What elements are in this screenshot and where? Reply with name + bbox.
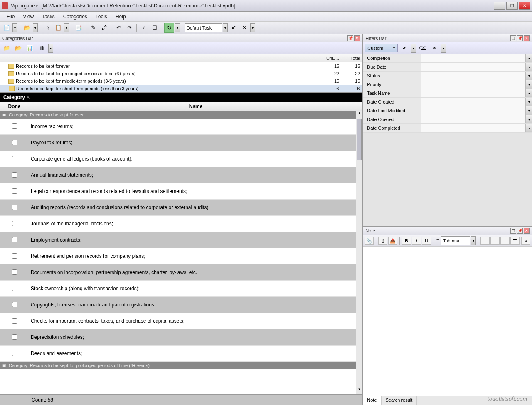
done-checkbox[interactable] — [12, 188, 17, 194]
refresh-icon[interactable]: ↻ — [164, 23, 174, 33]
task-row[interactable]: Corporate general ledgers (books of acco… — [0, 151, 356, 167]
category-row[interactable]: Records to be kept for middle-term perio… — [0, 77, 362, 85]
filter-value[interactable] — [421, 98, 525, 106]
done-checkbox[interactable] — [12, 123, 17, 129]
filter-value[interactable] — [421, 63, 525, 71]
filter-dropdown-icon[interactable]: ▾ — [525, 124, 532, 132]
restore-icon[interactable]: ❐ — [510, 228, 516, 234]
done-checkbox[interactable] — [12, 286, 17, 291]
menu-view[interactable]: View — [19, 12, 38, 21]
close-pane-button[interactable]: ✕ — [354, 35, 360, 41]
uncheck-icon[interactable]: ☐ — [150, 23, 160, 33]
check-icon[interactable]: ✓ — [139, 23, 149, 33]
filter-value[interactable] — [421, 124, 525, 132]
font-dropdown[interactable]: ▾ — [471, 236, 476, 245]
bold-button[interactable]: B — [402, 237, 411, 245]
total-column[interactable]: Total — [342, 56, 362, 61]
print-icon[interactable]: 🖨 — [42, 23, 52, 33]
done-checkbox[interactable] — [12, 140, 17, 145]
filter-value[interactable] — [421, 89, 525, 97]
group-row[interactable]: ▣Category: Records to be kept for prolon… — [0, 362, 356, 369]
refresh-dropdown[interactable]: ▾ — [175, 23, 180, 32]
undo-icon[interactable]: ↶ — [113, 23, 123, 33]
open-icon[interactable]: 📂 — [22, 23, 32, 33]
done-checkbox[interactable] — [12, 253, 17, 259]
filter-value[interactable] — [421, 106, 525, 115]
menu-tools[interactable]: Tools — [91, 12, 111, 21]
maximize-button[interactable]: ❐ — [506, 2, 518, 10]
edit-icon[interactable]: ✎ — [88, 23, 98, 33]
vertical-scrollbar[interactable]: ▲ ▼ — [356, 111, 362, 394]
copy-icon[interactable]: 📑 — [74, 23, 84, 33]
task-row[interactable]: Depreciation schedules; — [0, 329, 356, 346]
done-checkbox[interactable] — [12, 334, 17, 340]
filter-dropdown-icon[interactable]: ▾ — [525, 54, 532, 62]
tab-search-result[interactable]: Search result — [382, 396, 417, 405]
clear-filter-icon[interactable]: ⌫ — [418, 43, 428, 53]
new-category-icon[interactable]: 📁 — [2, 43, 12, 53]
align-right-icon[interactable]: ≡ — [500, 237, 510, 245]
filter-value[interactable] — [421, 115, 525, 123]
pin-icon[interactable]: 📌 — [517, 35, 523, 41]
filter-dropdown-icon[interactable]: ▾ — [525, 80, 532, 89]
filter-value[interactable] — [421, 72, 525, 80]
undone-column[interactable]: UnD... — [321, 56, 342, 61]
group-row[interactable]: ▣Category: Records to be kept forever — [0, 111, 356, 119]
close-filters-button[interactable]: ✕ — [524, 35, 530, 41]
apply-filter-dropdown[interactable]: ▾ — [411, 44, 416, 53]
minimize-button[interactable]: — — [494, 2, 505, 10]
new-icon[interactable]: 📄 — [2, 23, 12, 33]
category-row[interactable]: Records to be kept for short-term period… — [0, 85, 362, 92]
task-row[interactable]: Deeds and easements; — [0, 346, 356, 362]
export-note-icon[interactable]: 📤 — [388, 237, 397, 245]
restore-icon[interactable]: ❐ — [510, 35, 516, 41]
print-note-icon[interactable]: 🖨 — [378, 237, 387, 245]
italic-button[interactable]: I — [412, 237, 421, 245]
list-icon[interactable]: ☰ — [510, 237, 520, 245]
more-icon[interactable]: » — [521, 237, 530, 245]
delete-dropdown[interactable]: ▾ — [250, 23, 255, 32]
delete-icon[interactable]: ✕ — [239, 23, 249, 33]
menu-help[interactable]: Help — [111, 12, 130, 21]
done-checkbox[interactable] — [12, 351, 17, 356]
filter-dropdown-icon[interactable]: ▾ — [525, 115, 532, 123]
done-checkbox[interactable] — [12, 221, 17, 226]
apply-icon[interactable]: ✔ — [229, 23, 239, 33]
pin-icon[interactable]: 📌 — [517, 228, 523, 234]
underline-button[interactable]: U — [422, 237, 431, 245]
edit-category-icon[interactable]: 📂 — [13, 43, 23, 53]
task-template-dropdown[interactable]: ▾ — [223, 23, 228, 32]
new-dropdown[interactable]: ▾ — [12, 23, 17, 32]
note-editor[interactable] — [363, 247, 532, 396]
menu-tasks[interactable]: Tasks — [38, 12, 59, 21]
delete-category-icon[interactable]: 🗑 — [37, 43, 47, 53]
apply-filter-icon[interactable]: ✔ — [399, 43, 409, 53]
task-template-combo[interactable] — [185, 23, 222, 32]
open-dropdown[interactable]: ▾ — [33, 23, 38, 32]
delete-filter-icon[interactable]: ✕ — [429, 43, 439, 53]
attach-icon[interactable]: 📎 — [365, 237, 374, 245]
filter-value[interactable] — [421, 54, 525, 62]
done-checkbox[interactable] — [12, 237, 17, 242]
delete-filter-dropdown[interactable]: ▾ — [441, 44, 446, 53]
align-left-icon[interactable]: ≡ — [480, 237, 490, 245]
category-dropdown[interactable]: ▾ — [48, 44, 53, 53]
menu-categories[interactable]: Categories — [59, 12, 91, 21]
task-row[interactable]: Employment contracts; — [0, 232, 356, 248]
filter-dropdown-icon[interactable]: ▾ — [525, 63, 532, 71]
done-checkbox[interactable] — [12, 269, 17, 275]
group-by-band[interactable]: Category △ — [0, 93, 362, 102]
task-row[interactable]: Auditing reports (records and conclusion… — [0, 200, 356, 216]
close-button[interactable]: ✕ — [519, 2, 530, 10]
task-row[interactable]: Stock ownership (along with transaction … — [0, 281, 356, 297]
filter-dropdown-icon[interactable]: ▾ — [525, 98, 532, 106]
name-column-header[interactable]: Name — [29, 104, 362, 109]
font-combo[interactable] — [441, 236, 470, 245]
filter-dropdown-icon[interactable]: ▾ — [525, 89, 532, 97]
filter-value[interactable] — [421, 80, 525, 89]
filter-dropdown-icon[interactable]: ▾ — [525, 106, 532, 115]
task-row[interactable]: Income tax returns; — [0, 119, 356, 135]
task-row[interactable]: Copyrights, licenses, trademark and pate… — [0, 297, 356, 313]
done-checkbox[interactable] — [12, 156, 17, 161]
preview-dropdown[interactable]: ▾ — [64, 23, 69, 32]
